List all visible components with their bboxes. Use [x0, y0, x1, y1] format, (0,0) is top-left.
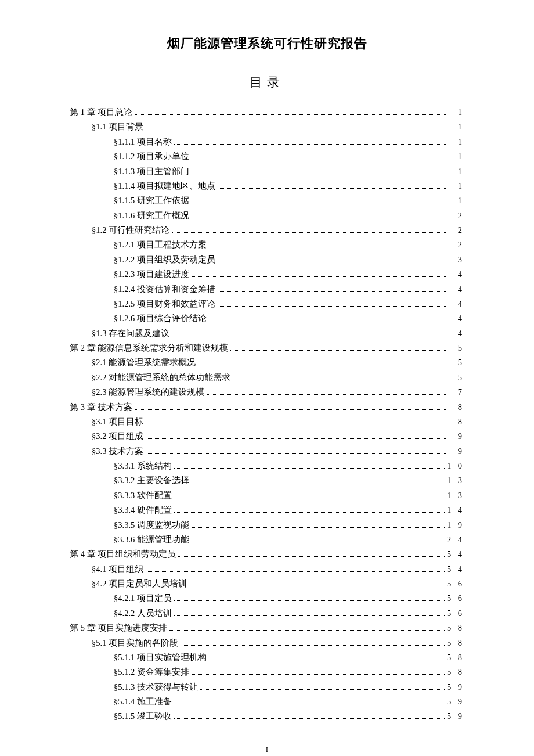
toc-entry[interactable]: §4.2 项目定员和人员培训5 6 [70, 577, 464, 591]
toc-entry[interactable]: §2.3 能源管理系统的建设规模7 [70, 385, 464, 399]
toc-entry[interactable]: §1.3 存在问题及建议4 [70, 326, 464, 341]
toc-entry[interactable]: 第 1 章 项目总论1 [70, 105, 464, 120]
toc-entry[interactable]: §5.1.4 施工准备5 9 [70, 694, 464, 709]
toc-entry-page: 2 4 [447, 532, 464, 547]
toc-entry-label: §5.1.2 资金筹集安排 [114, 665, 189, 679]
toc-entry[interactable]: 第 2 章 能源信息系统需求分析和建设规模5 [70, 341, 464, 355]
toc-entry-label: §5.1 项目实施的各阶段 [92, 636, 178, 650]
toc-entry-page: 1 [448, 149, 464, 164]
toc-entry[interactable]: §1.1.1 项目名称1 [70, 135, 464, 149]
toc-entry[interactable]: §4.1 项目组织5 4 [70, 562, 464, 577]
toc-leader-dots [192, 483, 445, 483]
toc-entry-label: §2.2 对能源管理系统的总体功能需求 [92, 370, 230, 385]
toc-entry-label: §5.1.3 技术获得与转让 [114, 680, 198, 694]
toc-entry[interactable]: §1.2.5 项目财务和效益评论4 [70, 297, 464, 311]
toc-entry[interactable]: §4.2.1 项目定员5 6 [70, 591, 464, 606]
toc-entry[interactable]: §2.1 能源管理系统需求概况5 [70, 355, 464, 370]
toc-leader-dots [172, 336, 446, 336]
toc-leader-dots [146, 129, 446, 129]
toc-entry[interactable]: §3.3 技术方案9 [70, 444, 464, 459]
toc-entry[interactable]: 第 3 章 技术方案8 [70, 400, 464, 415]
toc-leader-dots [192, 203, 446, 203]
toc-entry[interactable]: §3.3.4 硬件配置1 4 [70, 503, 464, 517]
toc-leader-dots [174, 704, 445, 704]
toc-leader-dots [174, 468, 445, 469]
toc-entry[interactable]: §3.3.5 调度监视功能1 9 [70, 518, 464, 532]
toc-entry-label: §1.1.2 项目承办单位 [114, 149, 189, 164]
toc-entry-label: §1.3 存在问题及建议 [92, 326, 169, 341]
toc-entry-page: 5 [448, 341, 464, 355]
toc-entry[interactable]: §1.1.5 研究工作依据1 [70, 193, 464, 208]
toc-leader-dots [169, 630, 445, 631]
toc-entry[interactable]: §4.2.2 人员培训5 6 [70, 606, 464, 621]
toc-entry-label: §3.1 项目目标 [92, 415, 143, 429]
toc-entry[interactable]: §1.2 可行性研究结论2 [70, 223, 464, 237]
toc-leader-dots [218, 291, 446, 292]
toc-entry-page: 5 4 [447, 562, 464, 577]
toc-entry-label: §1.2.2 项目组织及劳动定员 [114, 253, 215, 267]
toc-entry[interactable]: §5.1.5 竣工验收5 9 [70, 709, 464, 723]
toc-entry-label: 第 2 章 能源信息系统需求分析和建设规模 [70, 341, 228, 355]
toc-entry-label: §1.2 可行性研究结论 [92, 223, 169, 237]
toc-leader-dots [192, 218, 446, 218]
toc-entry[interactable]: §5.1.1 项目实施管理机构5 8 [70, 650, 464, 665]
toc-entry[interactable]: §3.1 项目目标8 [70, 415, 464, 429]
page-footer: - I - [70, 745, 464, 754]
toc-entry-page: 4 [448, 326, 464, 341]
toc-entry[interactable]: §3.3.6 能源管理功能2 4 [70, 532, 464, 547]
toc-entry-label: §4.1 项目组织 [92, 562, 143, 577]
toc-entry-page: 4 [448, 311, 464, 326]
toc-entry[interactable]: §5.1.3 技术获得与转让5 9 [70, 680, 464, 694]
toc-entry-page: 5 [448, 370, 464, 385]
toc-entry[interactable]: §1.2.4 投资估算和资金筹措4 [70, 282, 464, 297]
toc-entry-label: §1.2.3 项目建设进度 [114, 267, 189, 282]
toc-leader-dots [174, 718, 445, 719]
toc-entry-page: 5 8 [447, 650, 464, 665]
toc-entry-label: §5.1.5 竣工验收 [114, 709, 172, 723]
toc-leader-dots [135, 114, 446, 115]
toc-entry-page: 5 [448, 355, 464, 370]
toc-entry-label: §1.2.5 项目财务和效益评论 [114, 297, 215, 311]
toc-entry-label: 第 4 章 项目组织和劳动定员 [70, 547, 176, 561]
toc-entry-page: 1 [448, 164, 464, 179]
toc-entry[interactable]: §3.3.2 主要设备选择1 3 [70, 473, 464, 488]
toc-entry-page: 1 4 [447, 503, 464, 517]
toc-entry-label: §1.1.3 项目主管部门 [114, 164, 189, 179]
toc-entry-page: 1 3 [447, 473, 464, 488]
toc-leader-dots [230, 350, 446, 351]
toc-entry[interactable]: §2.2 对能源管理系统的总体功能需求5 [70, 370, 464, 385]
toc-leader-dots [172, 232, 446, 233]
toc-entry[interactable]: §5.1.2 资金筹集安排5 8 [70, 665, 464, 679]
toc-entry[interactable]: §1.1.4 项目拟建地区、地点1 [70, 179, 464, 193]
toc-entry[interactable]: §1.1.3 项目主管部门1 [70, 164, 464, 179]
toc-entry[interactable]: §3.3.1 系统结构1 0 [70, 459, 464, 473]
toc-leader-dots [174, 512, 445, 513]
toc-entry[interactable]: §1.2.3 项目建设进度4 [70, 267, 464, 282]
toc-entry-label: §1.2.4 投资估算和资金筹措 [114, 282, 215, 297]
toc-entry-label: §1.1.4 项目拟建地区、地点 [114, 179, 215, 193]
toc-leader-dots [218, 188, 446, 189]
toc-leader-dots [200, 689, 445, 690]
toc-leader-dots [135, 409, 446, 410]
toc-entry[interactable]: 第 5 章 项目实施进度安排5 8 [70, 621, 464, 635]
toc-entry-label: 第 5 章 项目实施进度安排 [70, 621, 167, 635]
toc-entry-label: §4.2.1 项目定员 [114, 591, 172, 606]
toc-leader-dots [207, 394, 446, 395]
toc-entry[interactable]: §1.2.6 项目综合评价结论4 [70, 311, 464, 326]
toc-entry[interactable]: §1.2.1 项目工程技术方案2 [70, 237, 464, 252]
toc-entry[interactable]: §1.1.6 研究工作概况2 [70, 208, 464, 223]
toc-entry[interactable]: 第 4 章 项目组织和劳动定员5 4 [70, 547, 464, 561]
toc-entry[interactable]: §1.1.2 项目承办单位1 [70, 149, 464, 164]
toc-entry[interactable]: §3.2 项目组成9 [70, 429, 464, 444]
toc-entry-page: 1 [448, 135, 464, 149]
toc-entry[interactable]: §1.2.2 项目组织及劳动定员3 [70, 253, 464, 267]
toc-entry-label: §4.2.2 人员培训 [114, 606, 172, 621]
toc-entry-page: 1 0 [447, 459, 464, 473]
toc-entry-page: 3 [448, 253, 464, 267]
toc-entry-page: 5 8 [447, 621, 464, 635]
toc-entry[interactable]: §5.1 项目实施的各阶段5 8 [70, 636, 464, 650]
toc-entry-page: 9 [448, 444, 464, 459]
toc-entry[interactable]: §1.1 项目背景1 [70, 120, 464, 134]
toc-entry[interactable]: §3.3.3 软件配置1 3 [70, 488, 464, 503]
toc-entry-page: 5 4 [447, 547, 464, 561]
